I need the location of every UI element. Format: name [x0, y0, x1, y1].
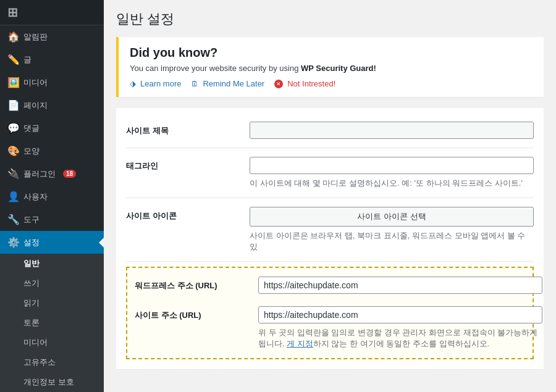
- sidebar-item-label: 페이지: [23, 100, 48, 111]
- sidebar-item-comments[interactable]: 💬 댓글: [0, 117, 104, 140]
- sidebar-item-pages[interactable]: 📄 페이지: [0, 94, 104, 117]
- sidebar-item-posts[interactable]: ✏️ 글: [0, 48, 104, 71]
- site-title-input[interactable]: [250, 122, 534, 139]
- close-circle-icon: ✕: [274, 80, 283, 88]
- site-title-label: 사이트 제목: [126, 122, 250, 136]
- sidebar-item-label: 플러그인: [23, 169, 56, 180]
- users-icon: 👤: [7, 191, 19, 202]
- site-title-row: 사이트 제목: [126, 113, 534, 148]
- sidebar-item-tools[interactable]: 🔧 도구: [0, 208, 104, 231]
- learn-more-link[interactable]: ⬗ Learn more: [130, 79, 181, 88]
- sidebar-item-appearance[interactable]: 🎨 모양: [0, 140, 104, 162]
- settings-form: 사이트 제목 태그라인 이 사이트에 대해 몇 마디로 설명하십시오. 예: '…: [116, 108, 544, 369]
- wp-address-input[interactable]: [258, 277, 542, 294]
- site-address-field: 위 두 곳의 입력란을 임의로 변경할 경우 관리자 화면으로 재접속이 불가능…: [258, 306, 542, 349]
- settings-icon: ⚙️: [7, 236, 19, 248]
- sidebar-item-label: 댓글: [23, 123, 40, 134]
- plugins-badge: 18: [63, 170, 76, 178]
- sidebar-item-media[interactable]: 🖼️ 미디어: [0, 71, 104, 94]
- url-warning-link[interactable]: 게 지정: [287, 339, 313, 348]
- plugins-icon: 🔌: [7, 168, 19, 180]
- wp-address-field: [258, 277, 542, 294]
- submenu-media[interactable]: 미디어: [0, 333, 104, 352]
- submenu-writing[interactable]: 쓰기: [0, 273, 104, 293]
- sidebar-logo: ⊞: [0, 0, 104, 25]
- notice-description-bold: WP Security Guard!: [301, 64, 376, 73]
- page-title: 일반 설정: [116, 10, 544, 28]
- remind-later-link[interactable]: 🗓 Remind Me Later: [191, 79, 264, 88]
- pages-icon: 📄: [7, 99, 19, 111]
- tools-icon: 🔧: [7, 214, 19, 225]
- main-content: 일반 설정 Did you know? You can improve your…: [104, 0, 556, 392]
- url-warning-text2: 하지 않는 한 여기에 동일한 주소를 입력하십시오.: [313, 339, 489, 348]
- dashed-url-section: 워드프레스 주소 (URL) 사이트 주소 (URL) 위 두 곳의 입력란을 …: [126, 267, 534, 359]
- site-title-field: [250, 122, 534, 139]
- site-icon-field: 사이트 아이콘 선택 사이트 아이콘은 브라우저 탭, 북마크 표시줄, 워드프…: [250, 207, 534, 252]
- submenu-permalinks[interactable]: 고유주소: [0, 352, 104, 372]
- tagline-desc: 이 사이트에 대해 몇 마디로 설명하십시오. 예: '또 하나의 워드프레스 …: [250, 178, 534, 189]
- sidebar-item-label: 도구: [23, 214, 40, 225]
- submenu-privacy[interactable]: 개인정보 보호: [0, 372, 104, 392]
- site-address-row: 사이트 주소 (URL) 위 두 곳의 입력란을 임의로 변경할 경우 관리자 …: [135, 300, 525, 356]
- submenu-discussion[interactable]: 토론: [0, 313, 104, 333]
- active-arrow: [99, 238, 104, 248]
- comments-icon: 💬: [7, 122, 19, 134]
- tagline-input[interactable]: [250, 157, 534, 174]
- url-warning: 위 두 곳의 입력란을 임의로 변경할 경우 관리자 화면으로 재접속이 불가능…: [258, 327, 542, 349]
- calendar-icon: 🗓: [191, 80, 198, 88]
- submenu-general[interactable]: 일반: [0, 254, 104, 273]
- wp-logo-icon: ⊞: [7, 5, 18, 20]
- notice-links: ⬗ Learn more 🗓 Remind Me Later ✕ Not Int…: [130, 79, 533, 88]
- sidebar-item-label: 사용자: [23, 191, 48, 202]
- tagline-row: 태그라인 이 사이트에 대해 몇 마디로 설명하십시오. 예: '또 하나의 워…: [126, 148, 534, 198]
- sidebar-item-label: 알림판: [23, 31, 48, 43]
- sidebar: ⊞ 🏠 알림판 ✏️ 글 🖼️ 미디어 📄 페이지 💬 댓글 🎨 모양 🔌 플러…: [0, 0, 104, 392]
- sidebar-item-plugins[interactable]: 🔌 플러그인 18: [0, 162, 104, 185]
- media-icon: 🖼️: [7, 77, 19, 88]
- sidebar-item-dashboard[interactable]: 🏠 알림판: [0, 25, 104, 48]
- sidebar-item-users[interactable]: 👤 사용자: [0, 185, 104, 208]
- appearance-icon: 🎨: [7, 145, 19, 157]
- notice-text: You can improve your website security by…: [130, 64, 533, 73]
- sidebar-item-label: 글: [23, 54, 32, 65]
- notice-box: Did you know? You can improve your websi…: [116, 37, 544, 97]
- site-icon-desc: 사이트 아이콘은 브라우저 탭, 북마크 표시줄, 워드프레스 모바일 앱에서 …: [250, 230, 534, 252]
- submenu-reading[interactable]: 읽기: [0, 293, 104, 313]
- dashboard-icon: 🏠: [7, 31, 19, 43]
- not-interested-link[interactable]: ✕ Not Intrested!: [274, 79, 335, 88]
- sidebar-item-label: 모양: [23, 146, 40, 157]
- wp-address-row: 워드프레스 주소 (URL): [135, 270, 525, 300]
- external-link-icon: ⬗: [130, 79, 136, 88]
- notice-description-prefix: You can improve your website security by…: [130, 64, 301, 73]
- site-icon-button[interactable]: 사이트 아이콘 선택: [250, 207, 534, 227]
- site-icon-row: 사이트 아이콘 사이트 아이콘 선택 사이트 아이콘은 브라우저 탭, 북마크 …: [126, 198, 534, 262]
- notice-title: Did you know?: [130, 46, 533, 60]
- site-address-label: 사이트 주소 (URL): [135, 306, 258, 321]
- site-address-input[interactable]: [258, 306, 542, 323]
- settings-submenu: 일반 쓰기 읽기 토론 미디어 고유주소 개인정보 보호 JWT Authent…: [0, 254, 104, 392]
- posts-icon: ✏️: [7, 54, 19, 65]
- sidebar-item-label: 설정: [23, 237, 40, 248]
- sidebar-item-label: 미디어: [23, 77, 48, 88]
- tagline-label: 태그라인: [126, 157, 250, 172]
- site-icon-label: 사이트 아이콘: [126, 207, 250, 222]
- wp-address-label: 워드프레스 주소 (URL): [135, 277, 258, 291]
- sidebar-item-settings[interactable]: ⚙️ 설정: [0, 231, 104, 254]
- tagline-field: 이 사이트에 대해 몇 마디로 설명하십시오. 예: '또 하나의 워드프레스 …: [250, 157, 534, 189]
